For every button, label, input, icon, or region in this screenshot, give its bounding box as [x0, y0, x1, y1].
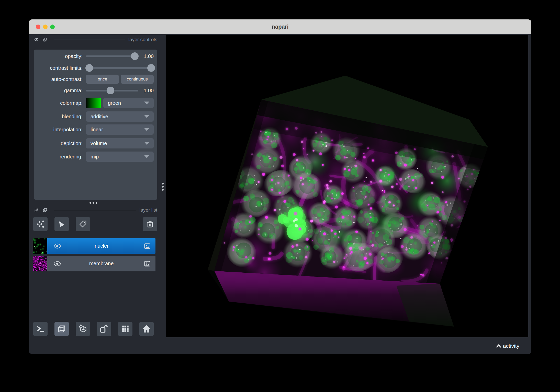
colormap-row: colormap: green [38, 97, 154, 109]
opacity-label: opacity: [38, 53, 83, 59]
colormap-label: colormap: [38, 100, 83, 106]
blending-dropdown[interactable]: additive [86, 111, 154, 122]
contrast-limits-row: contrast limits: [38, 62, 154, 74]
gamma-row: gamma: 1.00 [38, 85, 154, 96]
gamma-slider[interactable] [86, 87, 138, 94]
membrane-thumbnail[interactable] [33, 256, 47, 271]
colormap-value: green [108, 100, 121, 106]
blending-row: blending: additive [38, 111, 154, 122]
console-icon [36, 325, 45, 333]
window-titlebar[interactable]: napari [29, 19, 531, 34]
points-icon [36, 220, 45, 228]
home-icon [142, 324, 151, 333]
depiction-dropdown[interactable]: volume [86, 138, 154, 148]
contrast-limits-high-handle[interactable] [147, 64, 155, 72]
dropdown-arrow-icon [144, 155, 150, 158]
napari-window: napari layer controls opacity: 1.00 cont… [29, 19, 531, 354]
roll-cube-icon [78, 324, 88, 334]
panel-divider-handle[interactable] [89, 202, 98, 204]
interpolation-row: interpolation: linear [38, 124, 154, 135]
layer-row-nuclei[interactable]: nuclei [33, 238, 155, 254]
layer-buttons-bar [33, 217, 157, 231]
header-divider-line [54, 40, 125, 40]
new-shapes-layer-button[interactable] [54, 217, 69, 231]
nuclei-thumbnail[interactable] [33, 238, 47, 254]
desktop-background: napari layer controls opacity: 1.00 cont… [0, 0, 560, 392]
rendering-value: mip [91, 154, 99, 160]
rendering-row: rendering: mip [38, 151, 154, 162]
auto-contrast-row: auto-contrast: once continuous [38, 74, 154, 85]
gamma-slider-handle[interactable] [107, 87, 114, 94]
float-panel-icon[interactable] [43, 37, 47, 42]
dropdown-arrow-icon [144, 101, 150, 105]
blending-label: blending: [38, 114, 83, 120]
new-points-layer-button[interactable] [33, 217, 48, 231]
grid-view-button[interactable] [118, 322, 132, 336]
layer-controls-title: layer controls [128, 37, 157, 42]
interpolation-value: linear [91, 127, 103, 133]
contrast-limits-label: contrast limits: [38, 65, 83, 71]
rendering-label: rendering: [38, 154, 83, 160]
ndisplay-toggle-button[interactable] [54, 322, 69, 336]
opacity-value: 1.00 [138, 53, 154, 59]
shapes-icon [57, 220, 66, 228]
depiction-row: depiction: volume [38, 138, 154, 149]
window-title: napari [29, 19, 531, 34]
blending-value: additive [91, 114, 108, 120]
dropdown-arrow-icon [144, 128, 150, 131]
new-labels-layer-button[interactable] [76, 217, 90, 231]
depiction-value: volume [91, 141, 107, 146]
activity-button[interactable]: activity [495, 341, 519, 351]
viewer-canvas[interactable] [166, 35, 528, 337]
layer-controls-panel: opacity: 1.00 contrast limits: auto-cont… [34, 50, 157, 200]
interpolation-label: interpolation: [38, 127, 83, 133]
colormap-dropdown[interactable]: green [103, 98, 154, 108]
hide-panel-eye-slash-icon[interactable] [34, 208, 39, 212]
layer-row-membrane[interactable]: membrane [33, 256, 155, 271]
dock-resize-handle[interactable] [161, 182, 164, 192]
header-divider-line [54, 210, 136, 210]
layer-name: membrane [47, 261, 155, 267]
volume-render[interactable] [166, 35, 528, 337]
contrast-limits-slider[interactable] [86, 64, 154, 72]
cube-3d-icon [57, 324, 66, 333]
opacity-slider[interactable] [86, 52, 138, 60]
dropdown-arrow-icon [144, 142, 150, 145]
roll-dimensions-button[interactable] [76, 322, 90, 336]
once-button-label: once [98, 77, 107, 82]
home-reset-view-button[interactable] [139, 322, 154, 336]
colormap-gradient-swatch [86, 98, 101, 108]
layer-list-header: layer list [34, 207, 157, 213]
console-button[interactable] [33, 322, 48, 336]
dropdown-arrow-icon [144, 115, 150, 118]
grid-icon [121, 325, 130, 333]
contrast-limits-low-handle[interactable] [85, 64, 93, 72]
opacity-slider-track[interactable] [86, 55, 138, 57]
opacity-slider-handle[interactable] [131, 52, 139, 60]
interpolation-dropdown[interactable]: linear [86, 124, 154, 135]
gamma-value: 1.00 [138, 88, 154, 94]
activity-label: activity [503, 343, 519, 349]
opacity-row: opacity: 1.00 [38, 51, 154, 62]
gamma-label: gamma: [38, 88, 83, 94]
layer-controls-header: layer controls [34, 36, 157, 43]
auto-contrast-once-button[interactable]: once [86, 75, 119, 84]
chevron-up-icon [495, 343, 502, 349]
delete-layer-button[interactable] [143, 217, 157, 231]
transpose-dimensions-button[interactable] [97, 322, 111, 336]
auto-contrast-continuous-button[interactable]: continuous [121, 75, 154, 84]
contrast-limits-track[interactable] [86, 67, 154, 69]
rendering-dropdown[interactable]: mip [86, 152, 154, 162]
labels-tag-icon [79, 220, 87, 228]
trash-icon [146, 220, 154, 228]
transpose-arrow-icon [99, 324, 109, 334]
float-panel-icon[interactable] [43, 208, 47, 212]
depiction-label: depiction: [38, 141, 83, 146]
continuous-button-label: continuous [127, 77, 148, 82]
layer-name: nuclei [47, 243, 155, 249]
layer-list-title: layer list [139, 207, 157, 213]
viewer-toolbar [33, 322, 157, 336]
auto-contrast-label: auto-contrast: [38, 76, 83, 82]
hide-panel-eye-slash-icon[interactable] [34, 37, 39, 42]
